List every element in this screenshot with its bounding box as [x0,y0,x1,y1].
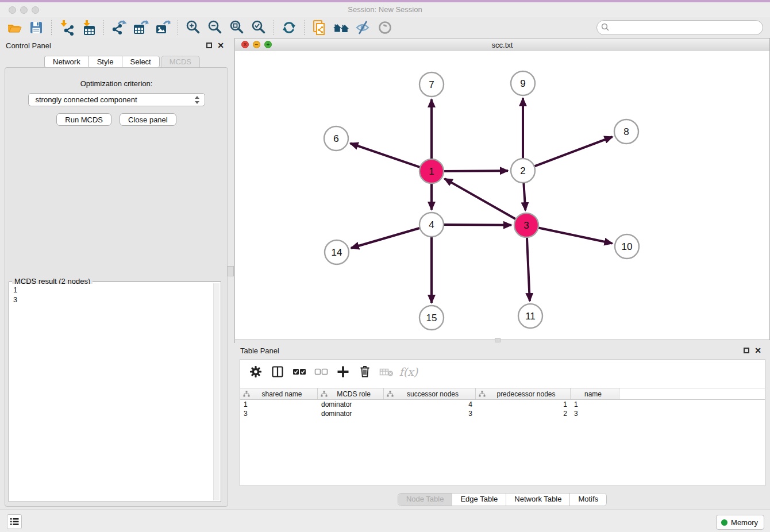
columns-icon [271,365,284,378]
cell-successor-nodes[interactable]: 3 [384,410,476,418]
mcds-result-group: MCDS result (2 nodes) 1 3 [9,282,221,502]
export-table-button[interactable] [130,18,152,37]
criterion-dropdown[interactable]: strongly connected component [28,93,205,106]
list-icon [10,518,19,526]
plus-icon [336,365,350,379]
column-header-mcds-role[interactable]: MCDS role [318,388,384,399]
graph-edge-3-11[interactable] [527,236,530,301]
tab-mcds[interactable]: MCDS [161,56,200,68]
hierarchy-icon [243,391,250,398]
cell-predecessor-nodes[interactable]: 2 [476,410,571,418]
show-birds-eye-button[interactable] [374,18,396,37]
mcds-result-line: 1 [13,285,213,295]
run-mcds-button[interactable]: Run MCDS [56,113,111,126]
open-folder-icon [6,20,22,36]
cell-successor-nodes[interactable]: 4 [384,400,476,408]
table-toolbar: f(x) [240,360,765,384]
column-header-shared-name[interactable]: shared name [240,388,318,399]
home-button[interactable] [330,18,352,37]
graph-edge-2-3[interactable] [523,181,525,210]
cell-name[interactable]: 1 [571,400,619,408]
close-panel-button[interactable]: Close panel [120,113,176,126]
tab-network-table[interactable]: Network Table [506,494,570,506]
column-header-successor-nodes[interactable]: successor nodes [384,388,476,399]
tab-motifs[interactable]: Motifs [570,494,606,506]
table-settings-button[interactable] [245,362,267,381]
new-network-from-file-button[interactable] [309,18,330,37]
graph-edge-4-3[interactable] [442,225,511,225]
vertical-splitter-grip[interactable] [227,266,234,276]
hide-graphics-details-button[interactable] [352,18,374,37]
export-network-button[interactable] [108,18,130,37]
mcds-result-text[interactable]: 1 3 [10,284,213,500]
optimization-criterion-label: Optimization criterion: [5,79,228,88]
close-table-panel-icon[interactable]: ✕ [754,346,761,355]
graph-edge-3-1[interactable] [445,179,518,220]
memory-button[interactable]: Memory [716,515,764,530]
select-all-columns-button[interactable] [288,362,310,381]
float-table-panel-icon[interactable] [744,348,749,353]
graph-edge-4-14[interactable] [351,228,422,248]
table-row[interactable]: 1 dominator 4 1 1 [240,400,765,409]
cell-shared-name[interactable]: 3 [240,410,318,418]
network-canvas[interactable]: 1234678910111415 [235,51,769,340]
export-image-button[interactable] [152,18,174,37]
deselect-all-columns-button[interactable] [310,362,332,381]
graph-node-label-1: 1 [429,166,434,177]
table-panel: Table Panel ✕ [234,343,770,510]
cell-mcds-role[interactable]: dominator [318,410,384,418]
tab-node-table[interactable]: Node Table [398,494,453,506]
close-panel-icon[interactable]: ✕ [217,41,224,50]
graph-node-label-9: 9 [520,78,525,89]
zoom-fit-button[interactable] [226,18,248,37]
function-builder-button[interactable]: f(x) [398,362,419,381]
network-document-icon [311,20,328,36]
eye-slash-icon [355,20,371,36]
table-row[interactable]: 3 dominator 3 2 3 [240,409,765,418]
cell-mcds-role[interactable]: dominator [318,400,384,408]
search-input[interactable] [612,22,758,33]
search-field[interactable] [596,20,763,35]
import-network-icon [59,20,75,36]
network-graph[interactable]: 1234678910111415 [235,51,769,340]
export-image-icon [155,20,171,36]
checked-boxes-icon [292,365,306,378]
task-history-button[interactable] [7,514,22,529]
tab-edge-table[interactable]: Edge Table [452,494,506,506]
delete-column-button[interactable] [354,362,376,381]
tab-network[interactable]: Network [44,56,88,68]
refresh-button[interactable] [278,18,300,37]
toolbar-separator [274,20,274,35]
delete-table-icon [379,365,394,378]
zoom-out-button[interactable] [204,18,226,37]
app-title: Session: New Session [0,5,770,14]
result-scrollbar[interactable] [213,283,220,500]
cell-shared-name[interactable]: 1 [240,400,318,408]
horizontal-splitter-grip[interactable] [495,338,500,342]
column-header-name[interactable]: name [571,388,619,399]
zoom-in-icon [185,20,201,36]
graph-edge-3-10[interactable] [537,228,613,244]
search-icon [601,23,610,32]
save-session-button[interactable] [25,18,47,37]
graph-edge-1-6[interactable] [351,143,422,168]
open-session-button[interactable] [3,18,25,37]
graph-edge-1-2[interactable] [442,171,508,171]
column-header-predecessor-nodes[interactable]: predecessor nodes [476,388,571,399]
cell-predecessor-nodes[interactable]: 1 [476,400,571,408]
cell-name[interactable]: 3 [571,410,619,418]
tab-style[interactable]: Style [88,56,122,68]
tab-select[interactable]: Select [122,56,160,68]
import-table-button[interactable] [78,18,99,37]
zoom-in-button[interactable] [182,18,204,37]
show-columns-button[interactable] [267,362,288,381]
zoom-selected-button[interactable] [248,18,270,37]
add-column-button[interactable] [332,362,354,381]
graph-edge-2-8[interactable] [533,137,613,167]
zoom-selected-icon [251,20,267,36]
hierarchy-icon [479,391,486,398]
import-network-button[interactable] [56,18,78,37]
float-panel-icon[interactable] [206,43,212,48]
delete-table-button[interactable] [376,362,398,381]
export-network-icon [111,20,127,36]
